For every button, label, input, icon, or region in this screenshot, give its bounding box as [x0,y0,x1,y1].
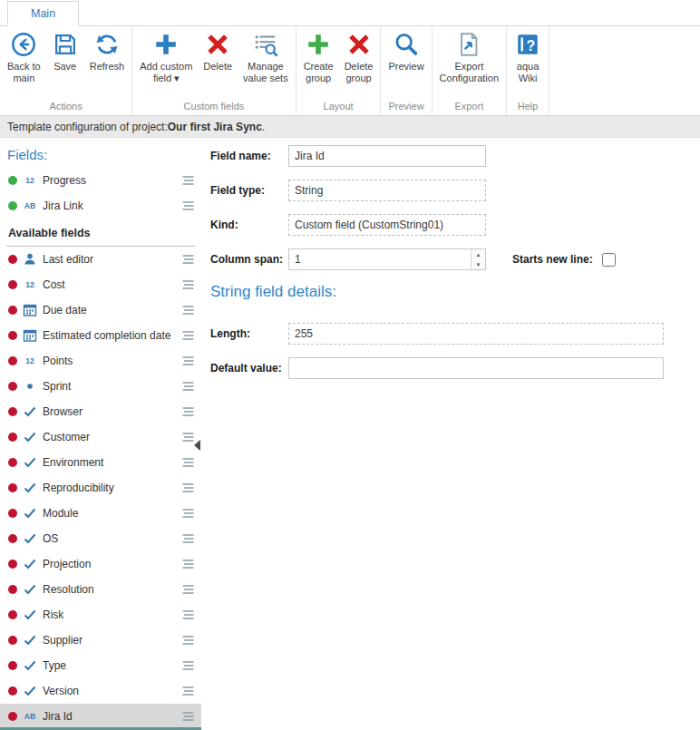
length-input[interactable] [288,323,664,345]
starts-new-line-checkbox[interactable] [602,253,616,267]
check-field-type-icon [23,608,37,622]
sprint-field-type-icon [23,379,37,394]
field-list-item[interactable]: OS [0,526,201,551]
info-bar-suffix: . [262,121,265,133]
status-dot-red [8,356,17,365]
field-list-item[interactable]: Last editor [0,247,201,272]
spin-up-button[interactable]: ▲ [472,249,485,259]
field-name-input[interactable] [288,145,486,167]
field-list-item[interactable]: Supplier [0,628,201,653]
column-span-spinner: ▲ ▼ [471,249,485,269]
sidebar-collapse-handle[interactable] [194,440,200,451]
number-field-type-icon: 12 [23,277,37,292]
field-list-item[interactable]: Module [0,501,201,526]
drag-handle-icon[interactable] [181,482,195,493]
status-dot-red [8,483,17,492]
field-list-item-selected[interactable]: ABJira Id [0,704,201,729]
drag-handle-icon[interactable] [181,355,195,366]
drag-handle-icon[interactable] [181,305,195,316]
drag-handle-icon[interactable] [181,584,195,595]
drag-handle-icon[interactable] [181,175,195,186]
field-list-item[interactable]: Estimated completion date [0,323,201,348]
drag-handle-icon[interactable] [181,686,195,696]
field-list-item[interactable]: Resolution [0,577,201,602]
back-to-main-button[interactable]: Back to main [2,26,46,86]
info-bar-prefix: Template configuration of project: [7,121,168,133]
field-list-item[interactable]: ABJira Link [0,193,201,219]
status-dot-green [8,176,17,185]
refresh-button[interactable]: Refresh [84,26,131,74]
field-list-item[interactable]: Browser [0,399,201,424]
field-list-item[interactable]: 12Points [0,348,201,374]
delete-icon [345,31,373,58]
drag-handle-icon[interactable] [181,254,195,265]
default-value-input[interactable] [288,357,664,379]
status-dot-red [8,509,17,518]
ribbon-button-label: Delete [203,61,232,73]
field-list-item[interactable]: Type [0,653,201,678]
drag-handle-icon[interactable] [181,381,195,392]
kind-input[interactable] [288,214,486,236]
back-icon [10,31,37,58]
create-group-button[interactable]: Create group [298,26,339,86]
field-list-item[interactable]: Customer [0,424,201,450]
spin-down-button[interactable]: ▼ [472,259,485,269]
field-item-label: Type [43,659,176,672]
drag-handle-icon[interactable] [181,432,195,443]
drag-handle-icon[interactable] [181,533,195,544]
delete-button[interactable]: Delete [198,26,238,74]
drag-handle-icon[interactable] [181,508,195,519]
field-name-label: Field name: [210,150,288,162]
manage-value-sets-button[interactable]: Manage value sets [238,26,294,86]
field-item-label: Jira Id [43,710,176,723]
field-list-item[interactable]: Environment [0,450,201,475]
check-field-type-icon [23,481,37,495]
drag-handle-icon[interactable] [181,330,195,341]
ribbon-group-label: Custom fields [134,100,293,115]
drag-handle-icon[interactable] [181,200,195,211]
drag-handle-icon[interactable] [181,660,195,671]
number-field-type-icon: 12 [23,173,37,188]
status-dot-red [8,433,17,442]
drag-handle-icon[interactable] [181,609,195,620]
user-field-type-icon [23,252,37,267]
field-list-item[interactable]: Version [0,678,201,704]
field-list-item[interactable]: 12Progress [0,168,201,193]
drag-handle-icon[interactable] [181,559,195,569]
field-type-input[interactable] [288,180,486,201]
ribbon-button-label: Export Configuration [440,61,499,84]
ribbon: Back to mainSaveRefreshActionsAdd custom… [0,26,700,116]
check-field-type-icon [23,531,37,546]
ribbon-button-label: Manage value sets [243,61,288,84]
field-list-item[interactable]: Due date [0,297,201,323]
field-list-item[interactable]: Risk [0,602,201,628]
check-field-type-icon [23,557,37,571]
field-item-label: Browser [43,405,176,418]
field-item-label: Sprint [43,380,176,393]
drag-handle-icon[interactable] [181,635,195,646]
aqua-wiki-button[interactable]: ?aqua Wiki [509,26,547,86]
export-configuration-button[interactable]: Export Configuration [434,26,504,86]
save-button[interactable]: Save [46,26,84,74]
info-bar: Template configuration of project: Our f… [0,116,700,138]
field-list-item[interactable]: Reproducibility [0,475,201,501]
field-list-item[interactable]: Sprint [0,374,201,399]
fields-sidebar: Fields: 12ProgressABJira Link Available … [0,138,201,730]
drag-handle-icon[interactable] [181,457,195,468]
column-span-input[interactable] [288,248,486,270]
drag-handle-icon[interactable] [181,406,195,417]
field-list-item[interactable]: 12Cost [0,272,201,297]
delete-icon [204,31,231,58]
drag-handle-icon[interactable] [181,279,195,290]
ab-field-type-icon: AB [23,709,37,724]
field-item-label: Risk [43,608,176,621]
status-dot-red [8,382,17,391]
drag-handle-icon[interactable] [181,711,195,722]
delete-group-button[interactable]: Delete group [339,26,379,86]
add-custom-field-button[interactable]: Add custom field ▾ [134,26,198,86]
tab-main[interactable]: Main [7,1,79,26]
field-list-item[interactable]: Projection [0,551,201,577]
status-dot-red [8,585,17,594]
ribbon-button-label: Add custom field ▾ [140,61,192,84]
preview-button[interactable]: Preview [383,26,429,74]
